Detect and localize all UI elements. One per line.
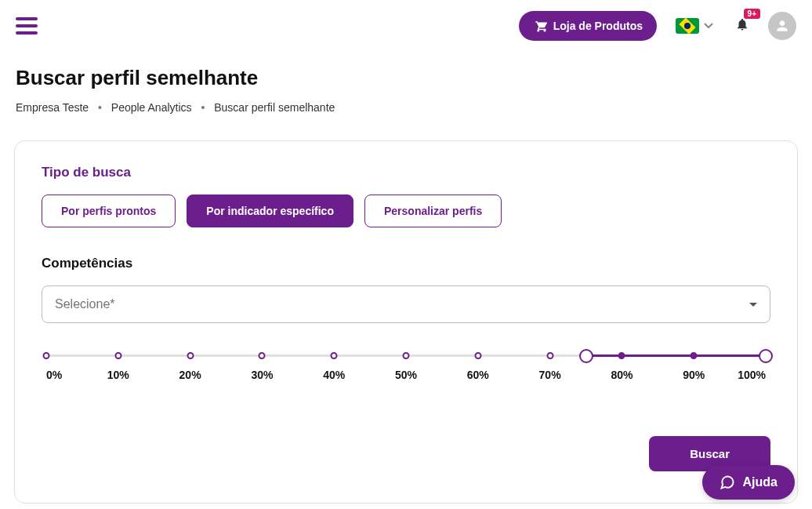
slider-tick-label: 80%	[611, 369, 633, 381]
avatar[interactable]	[768, 12, 796, 40]
slider-tick	[187, 352, 194, 359]
chevron-down-icon	[704, 23, 713, 29]
chat-icon	[720, 474, 735, 490]
slider-tick	[474, 352, 481, 359]
slider-tick-label: 60%	[467, 369, 489, 381]
help-label: Ajuda	[743, 475, 778, 489]
page-title: Buscar perfil semelhante	[0, 66, 812, 90]
slider-tick-label: 10%	[107, 369, 129, 381]
slider-tick	[403, 352, 410, 359]
slider-tick	[691, 352, 698, 359]
breadcrumb-item: Buscar perfil semelhante	[214, 101, 335, 114]
svg-point-1	[543, 30, 546, 32]
slider-handle-end[interactable]	[759, 349, 773, 363]
slider-tick-label: 20%	[179, 369, 201, 381]
slider-tick-label: 90%	[683, 369, 705, 381]
brazil-flag-icon	[676, 18, 699, 34]
breadcrumb-item[interactable]: Empresa Teste	[16, 101, 89, 114]
slider-tick-label: 50%	[395, 369, 417, 381]
slider-tick-label: 0%	[46, 369, 62, 381]
slider-tick	[546, 352, 553, 359]
dropdown-icon	[749, 303, 757, 307]
menu-icon[interactable]	[16, 17, 38, 35]
slider-tick	[114, 352, 121, 359]
competencies-label: Competências	[42, 256, 770, 271]
breadcrumb-item[interactable]: People Analytics	[111, 101, 192, 114]
slider-tick	[43, 352, 50, 359]
notification-badge: 9+	[744, 9, 760, 19]
store-button[interactable]: Loja de Produtos	[519, 11, 657, 41]
slider-tick-label: 40%	[323, 369, 345, 381]
slider-tick	[618, 352, 625, 359]
slider-tick-label: 70%	[539, 369, 561, 381]
bell-icon	[735, 16, 749, 32]
tab-specific-indicator[interactable]: Por indicador específico	[187, 195, 353, 227]
cart-icon	[533, 19, 547, 33]
slider-tick	[259, 352, 266, 359]
percentage-range-slider[interactable]: 0%10%20%30%40%50%60%70%80%90%100%	[42, 350, 770, 397]
search-type-label: Tipo de busca	[42, 165, 770, 180]
breadcrumb: Empresa Teste • People Analytics • Busca…	[0, 90, 812, 125]
search-card: Tipo de busca Por perfis prontos Por ind…	[14, 140, 798, 504]
help-button[interactable]: Ajuda	[702, 465, 795, 500]
notifications-button[interactable]: 9+	[735, 16, 749, 35]
competencies-select[interactable]: Selecione*	[42, 285, 770, 323]
slider-tick	[331, 352, 338, 359]
tab-customize-profiles[interactable]: Personalizar perfis	[364, 195, 502, 227]
slider-handle-start[interactable]	[579, 349, 593, 363]
language-selector[interactable]	[676, 18, 713, 34]
user-icon	[774, 18, 790, 34]
tab-ready-profiles[interactable]: Por perfis prontos	[42, 195, 176, 227]
svg-point-0	[537, 30, 539, 32]
store-button-label: Loja de Produtos	[553, 20, 643, 32]
select-placeholder: Selecione*	[55, 297, 115, 311]
search-type-tabs: Por perfis prontos Por indicador específ…	[42, 195, 770, 227]
slider-tick-label: 100%	[738, 369, 766, 381]
slider-tick-label: 30%	[251, 369, 273, 381]
